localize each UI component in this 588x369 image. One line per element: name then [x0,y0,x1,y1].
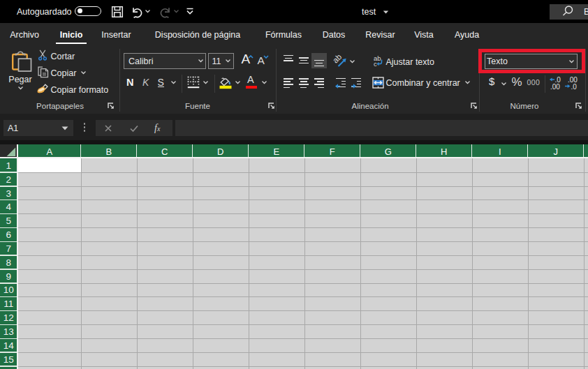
svg-text:.0: .0 [571,83,578,91]
svg-text:c: c [374,60,377,68]
svg-text:.00: .00 [550,83,560,91]
